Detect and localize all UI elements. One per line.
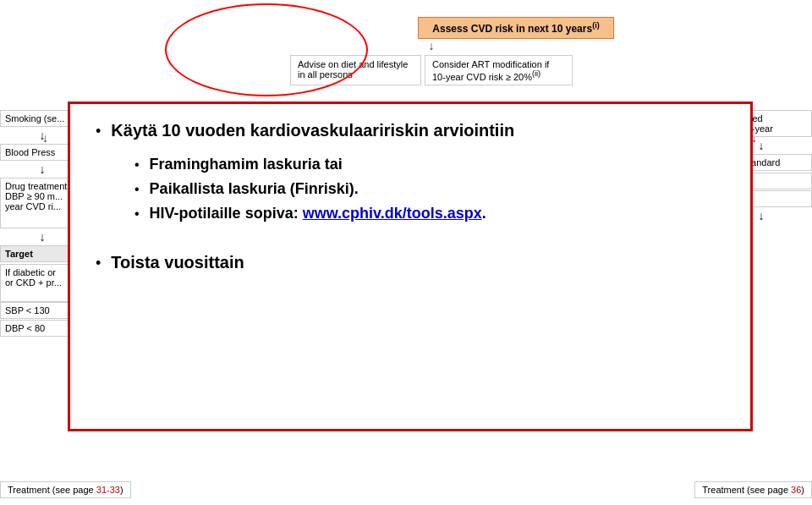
sub-item-2: • Paikallista laskuria (Finriski).: [134, 180, 725, 198]
advise-box: Advise on diet and lifestyle in all pers…: [290, 55, 421, 86]
repeat-bullet-text: Toista vuosittain: [111, 253, 244, 272]
drug-treat-label: Drug treatment ifDBP ≥ 90 m...year CVD r…: [5, 181, 74, 211]
sub-item-text-1: Framinghamim laskuria tai: [150, 156, 343, 173]
top-section: Assess CVD risk in next 10 years(i) ↓ Ad…: [0, 0, 812, 92]
main-bullet-dot: •: [96, 123, 101, 140]
assess-cvd-label: Assess CVD risk in next 10 years: [432, 23, 592, 35]
repeat-bullet-item: • Toista vuosittain: [96, 253, 725, 272]
main-bullet-item: • Käytä 10 vuoden kardiovaskulaaririskin…: [96, 121, 725, 140]
assess-cvd-box: Assess CVD risk in next 10 years(i): [418, 17, 613, 39]
assess-sup: (i): [592, 21, 600, 30]
sub-item-1: • Framinghamim laskuria tai: [134, 156, 725, 173]
sub-item-text-3: HIV-potilaille sopiva: www.cphiv.dk/tool…: [150, 205, 486, 222]
popup-modal: • Käytä 10 vuoden kardiovaskulaaririskin…: [68, 102, 753, 431]
link-suffix: .: [482, 205, 486, 222]
main-bullet-text: Käytä 10 vuoden kardiovaskulaaririskin a…: [111, 121, 514, 140]
treatment-right-box: Treatment (see page 36): [694, 481, 812, 498]
side-arrow-left: ↓: [42, 131, 48, 145]
link-prefix: HIV-potilaille sopiva:: [150, 205, 303, 222]
treatment-left-box: Treatment (see page 31-33): [0, 481, 131, 498]
sub-bullet-dot-3: •: [134, 206, 140, 222]
consider-box: Consider ART modification if 10-year CVD…: [425, 55, 573, 86]
sub-bullet-dot-1: •: [134, 157, 140, 173]
if-diabetic-label: If diabetic oror CKD + pr...: [5, 267, 62, 288]
arrow-down-1: ↓: [429, 39, 435, 53]
sub-item-text-2: Paikallista laskuria (Finriski).: [150, 180, 359, 198]
sub-bullet-list: • Framinghamim laskuria tai • Paikallist…: [134, 156, 725, 229]
consider-sup: (ii): [532, 69, 540, 78]
sub-item-3: • HIV-potilaille sopiva: www.cphiv.dk/to…: [134, 205, 725, 222]
treatment-right-link[interactable]: 36: [791, 485, 801, 495]
treatment-left-link[interactable]: 31-33: [96, 485, 120, 495]
sub-bullet-dot-2: •: [134, 182, 140, 197]
cphiv-link[interactable]: www.cphiv.dk/tools.aspx: [303, 205, 482, 222]
repeat-bullet-dot: •: [96, 255, 101, 272]
